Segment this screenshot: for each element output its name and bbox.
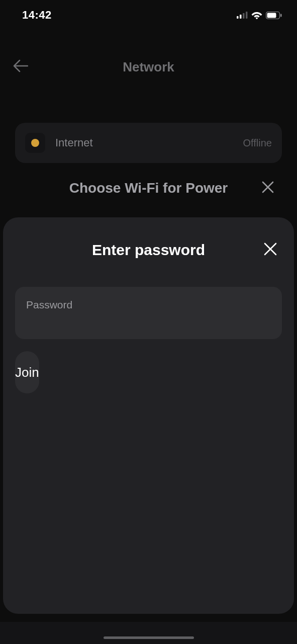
nav-header: Network <box>0 54 297 79</box>
modal-header: Enter password <box>3 217 294 283</box>
internet-card[interactable]: Internet Offline <box>15 123 282 163</box>
battery-icon <box>266 12 282 19</box>
password-input[interactable] <box>26 314 271 327</box>
password-field[interactable]: Password <box>15 287 282 339</box>
choose-wifi-header: Choose Wi-Fi for Power <box>0 174 297 203</box>
choose-wifi-title: Choose Wi-Fi for Power <box>69 180 228 196</box>
back-button[interactable] <box>13 59 28 74</box>
bottom-strip <box>0 622 297 644</box>
close-icon <box>262 181 274 193</box>
status-dot-icon <box>31 139 39 147</box>
svg-point-4 <box>256 17 258 19</box>
close-icon <box>264 243 277 256</box>
status-bar: 14:42 <box>0 0 297 30</box>
svg-rect-0 <box>237 16 239 19</box>
svg-rect-3 <box>246 12 248 19</box>
internet-label: Internet <box>55 136 243 149</box>
svg-rect-6 <box>267 13 276 18</box>
modal-close-button[interactable] <box>264 243 277 258</box>
svg-rect-7 <box>280 14 282 17</box>
status-icons <box>237 11 282 19</box>
arrow-left-icon <box>13 59 28 72</box>
join-button[interactable]: Join <box>15 351 39 393</box>
wifi-icon <box>251 11 262 19</box>
svg-rect-2 <box>243 13 245 19</box>
internet-status-indicator <box>25 133 45 153</box>
status-time: 14:42 <box>22 9 52 22</box>
home-indicator[interactable] <box>104 636 194 639</box>
nav-title: Network <box>123 59 174 75</box>
password-label: Password <box>26 299 271 311</box>
choose-close-button[interactable] <box>262 181 274 195</box>
cellular-icon <box>237 12 248 19</box>
password-modal: Enter password Password Join <box>3 217 294 614</box>
modal-title: Enter password <box>92 242 205 259</box>
svg-rect-1 <box>240 15 242 19</box>
internet-status: Offline <box>243 137 272 149</box>
